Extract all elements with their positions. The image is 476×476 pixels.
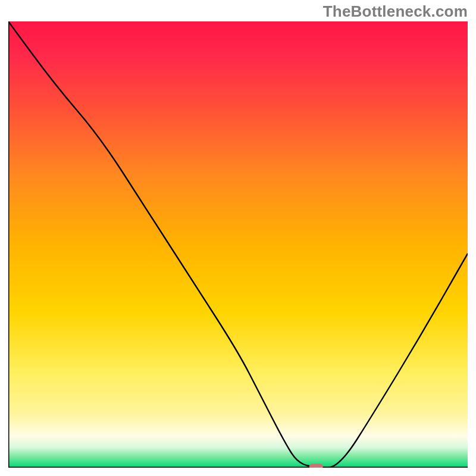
bottleneck-chart (8, 21, 468, 468)
optimal-marker (309, 464, 323, 468)
plot-background (8, 21, 468, 468)
watermark-text: TheBottleneck.com (323, 2, 468, 21)
